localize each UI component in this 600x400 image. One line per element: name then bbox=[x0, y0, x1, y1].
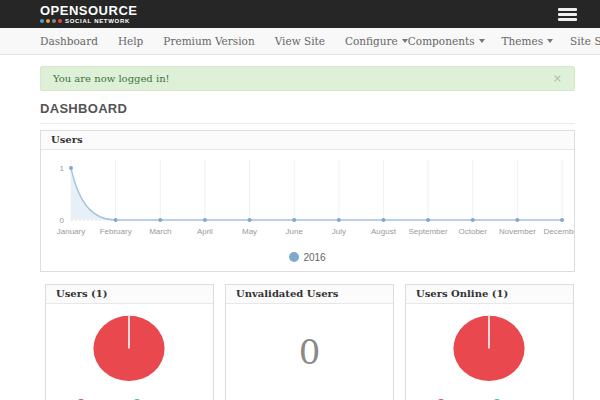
stats-row: Users (1) Male Female Unvalidated Users … bbox=[45, 284, 574, 400]
x-tick: April bbox=[197, 227, 213, 236]
x-tick: February bbox=[100, 227, 132, 236]
logo-dot-icon bbox=[46, 19, 50, 23]
data-point bbox=[158, 218, 162, 222]
nav-label: Themes bbox=[502, 35, 544, 47]
nav-view-site[interactable]: View Site bbox=[275, 35, 325, 47]
users-online-panel-title: Users Online (1) bbox=[406, 285, 573, 304]
y-tick-0: 0 bbox=[60, 216, 65, 225]
nav-label: Components bbox=[408, 35, 475, 47]
nav-themes[interactable]: Themes bbox=[502, 35, 554, 47]
logo-subtitle-row: SOCIAL NETWORK bbox=[40, 18, 137, 24]
unvalidated-users-panel-title: Unvalidated Users bbox=[226, 285, 393, 304]
hamburger-bar bbox=[558, 18, 577, 21]
close-icon[interactable]: × bbox=[553, 74, 562, 84]
nav-label: Site Settings bbox=[570, 35, 600, 47]
x-tick: August bbox=[371, 227, 397, 236]
alert-message: You are now logged in! bbox=[53, 73, 170, 84]
nav-label: View Site bbox=[275, 35, 325, 47]
chevron-down-icon bbox=[479, 39, 485, 43]
data-point bbox=[515, 218, 519, 222]
x-tick: July bbox=[332, 227, 346, 236]
nav-label: Help bbox=[118, 35, 143, 47]
pie-chart-svg bbox=[406, 304, 573, 392]
users-chart-panel: Users 10JanuaryFebruaryMarchAprilMayJune… bbox=[40, 130, 575, 272]
nav-label: Configure bbox=[345, 35, 398, 47]
nav-label: Dashboard bbox=[40, 35, 98, 47]
logo-dot-icon bbox=[52, 19, 56, 23]
nav-help[interactable]: Help bbox=[118, 35, 143, 47]
x-tick: March bbox=[149, 227, 171, 236]
nav-components[interactable]: Components bbox=[408, 35, 485, 47]
logo-dots bbox=[40, 19, 64, 23]
x-tick: September bbox=[409, 227, 448, 236]
logo-title: OPENSOURCE bbox=[40, 5, 137, 17]
data-point bbox=[248, 218, 252, 222]
nav-configure[interactable]: Configure bbox=[345, 35, 408, 47]
data-point bbox=[337, 218, 341, 222]
users-pie-panel: Users (1) Male Female bbox=[45, 284, 214, 400]
data-point bbox=[114, 218, 118, 222]
nav-left: Dashboard Help Premium Version View Site… bbox=[40, 35, 408, 47]
unvalidated-users-count: 0 bbox=[226, 332, 393, 372]
users-online-pie-panel: Users Online (1) Male Female bbox=[405, 284, 574, 400]
logo-dot-icon bbox=[40, 19, 44, 23]
data-point bbox=[471, 218, 475, 222]
legend-dot-2016 bbox=[289, 252, 299, 262]
logo[interactable]: OPENSOURCE SOCIAL NETWORK bbox=[40, 5, 137, 24]
users-chart-panel-title: Users bbox=[41, 131, 574, 150]
nav-dashboard[interactable]: Dashboard bbox=[40, 35, 98, 47]
data-point bbox=[381, 218, 385, 222]
x-tick: December bbox=[544, 227, 574, 236]
data-line bbox=[71, 168, 562, 220]
users-online-pie-chart bbox=[406, 304, 573, 396]
nav-right: Components Themes Site Settings User Man… bbox=[408, 35, 600, 47]
x-tick: October bbox=[458, 227, 487, 236]
x-tick: June bbox=[286, 227, 304, 236]
unvalidated-users-panel: Unvalidated Users 0 bbox=[225, 284, 394, 400]
pie-chart-svg bbox=[46, 304, 213, 392]
line-chart-legend: 2016 bbox=[41, 249, 574, 271]
data-point bbox=[560, 218, 564, 222]
nav-site-settings[interactable]: Site Settings bbox=[570, 35, 600, 47]
y-tick-1: 1 bbox=[60, 164, 65, 173]
x-tick: January bbox=[57, 227, 85, 236]
data-point bbox=[292, 218, 296, 222]
x-tick: May bbox=[242, 227, 257, 236]
data-point bbox=[203, 218, 207, 222]
x-tick: November bbox=[499, 227, 536, 236]
users-online-pie-legend: Male Female bbox=[406, 396, 573, 400]
nav-premium-version[interactable]: Premium Version bbox=[163, 35, 254, 47]
users-pie-legend: Male Female bbox=[46, 396, 213, 400]
page-title: DASHBOARD bbox=[40, 101, 575, 124]
topbar: OPENSOURCE SOCIAL NETWORK bbox=[0, 0, 600, 28]
data-point bbox=[426, 218, 430, 222]
hamburger-bar bbox=[558, 13, 577, 16]
line-chart-svg: 10JanuaryFebruaryMarchAprilMayJuneJulyAu… bbox=[41, 150, 574, 245]
hamburger-menu-icon[interactable] bbox=[558, 8, 577, 21]
users-pie-panel-title: Users (1) bbox=[46, 285, 213, 304]
users-pie-chart bbox=[46, 304, 213, 396]
data-point bbox=[69, 166, 73, 170]
legend-label-2016: 2016 bbox=[303, 252, 325, 263]
logo-dot-icon bbox=[58, 19, 62, 23]
logo-subtitle: SOCIAL NETWORK bbox=[65, 18, 130, 24]
nav-label: Premium Version bbox=[163, 35, 254, 47]
hamburger-bar bbox=[558, 8, 577, 11]
chevron-down-icon bbox=[547, 39, 553, 43]
success-alert: You are now logged in! × bbox=[40, 66, 575, 91]
navbar: Dashboard Help Premium Version View Site… bbox=[0, 28, 600, 55]
users-line-chart: 10JanuaryFebruaryMarchAprilMayJuneJulyAu… bbox=[41, 150, 574, 249]
